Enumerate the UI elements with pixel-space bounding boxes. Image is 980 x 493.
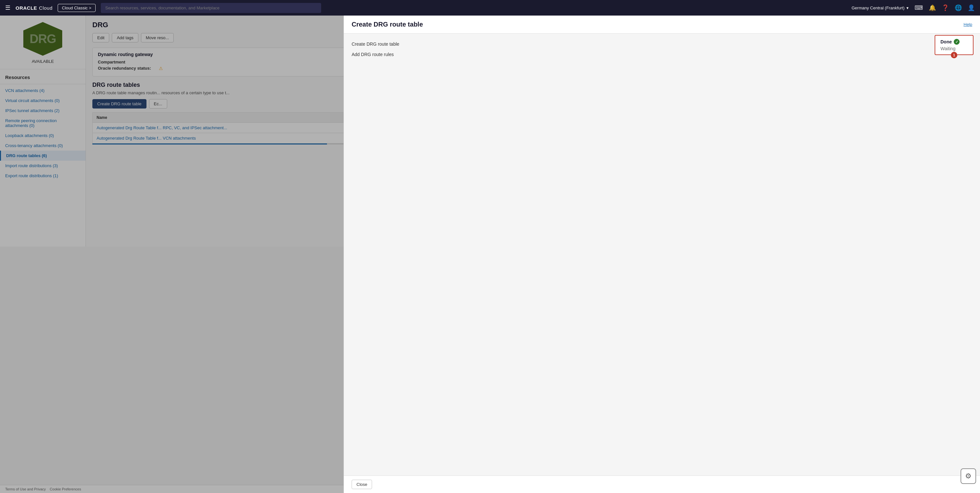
step-2-label: Add DRG route rules (352, 52, 394, 57)
hamburger-menu-icon[interactable]: ☰ (5, 4, 10, 11)
steps-list: Create DRG route table Add DRG route rul… (352, 41, 490, 57)
step-add-route-rules: Add DRG route rules (352, 52, 490, 57)
modal-panel: Create DRG route table Help Create DRG r… (344, 16, 490, 246)
overlay-dimmed-area (0, 16, 172, 246)
search-input[interactable] (101, 3, 321, 13)
modal-title: Create DRG route table (352, 21, 423, 28)
oracle-logo: ORACLE Cloud (16, 5, 52, 11)
top-navigation: ☰ ORACLE Cloud Cloud Classic > Germany C… (0, 0, 490, 16)
modal-header: Create DRG route table Help (344, 16, 490, 34)
cloud-classic-button[interactable]: Cloud Classic > (58, 4, 95, 12)
step-1-label: Create DRG route table (352, 41, 399, 47)
oracle-brand-text: ORACLE (16, 5, 37, 11)
modal-body: Create DRG route table Add DRG route rul… (344, 34, 490, 246)
cloud-brand-text: Cloud (39, 5, 52, 11)
modal-overlay: Create DRG route table Help Create DRG r… (0, 16, 490, 246)
step-create-route-table: Create DRG route table (352, 41, 490, 47)
